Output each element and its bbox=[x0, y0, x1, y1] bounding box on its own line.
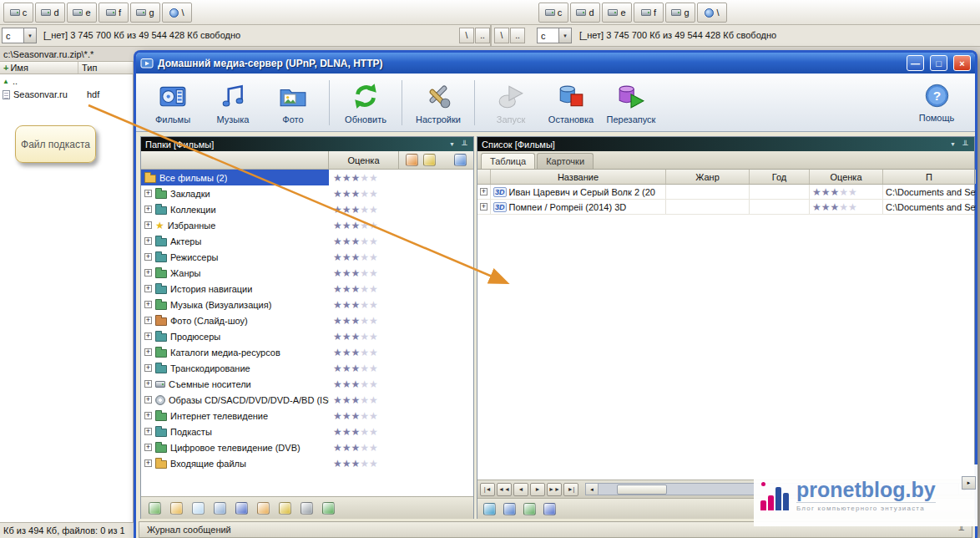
new-folder-icon[interactable] bbox=[170, 502, 183, 515]
tree-item[interactable]: +Фото (Слайд-шоу)★★★★★ bbox=[141, 312, 473, 328]
music-button[interactable]: Музыка bbox=[203, 77, 263, 129]
stats-icon[interactable] bbox=[483, 503, 496, 515]
rating-column-header[interactable]: Оценка bbox=[329, 151, 399, 169]
drive-button-e[interactable]: e bbox=[67, 3, 97, 23]
tab-таблица[interactable]: Таблица bbox=[481, 153, 535, 169]
tree-item[interactable]: +Цифровое телевидение (DVB)★★★★★ bbox=[141, 439, 473, 455]
tree-item[interactable]: +Режиссеры★★★★★ bbox=[141, 249, 473, 265]
tree-item[interactable]: +Транскодирование★★★★★ bbox=[141, 360, 473, 376]
drive-combo-left[interactable]: c ▼ bbox=[2, 28, 37, 43]
expand-icon[interactable]: + bbox=[144, 364, 152, 372]
drive-button-root[interactable]: \ bbox=[162, 3, 192, 23]
drive-button-d[interactable]: d bbox=[570, 3, 600, 23]
chevron-down-icon[interactable]: ▼ bbox=[558, 28, 571, 43]
edit-icon[interactable] bbox=[149, 502, 161, 515]
fast-forward-button[interactable]: ►► bbox=[547, 483, 562, 496]
tree-item[interactable]: +Интернет телевидение★★★★★ bbox=[141, 408, 473, 424]
column-header[interactable]: Название bbox=[491, 170, 666, 184]
settings-button[interactable]: Настройки bbox=[408, 77, 468, 129]
column-header-name[interactable]: + Имя bbox=[0, 62, 78, 74]
next-page-button[interactable]: ► bbox=[530, 483, 545, 496]
expand-icon[interactable]: + bbox=[480, 188, 487, 195]
tree-item[interactable]: +Жанры★★★★★ bbox=[141, 265, 473, 281]
scroll-right-button[interactable]: ► bbox=[962, 476, 976, 490]
current-path-bar[interactable]: c:\Seasonvar.ru.zip\*.* bbox=[0, 47, 134, 61]
tab-карточки[interactable]: Карточки bbox=[537, 153, 594, 169]
scrollbar-thumb[interactable] bbox=[617, 485, 667, 495]
open-folder-icon[interactable] bbox=[257, 502, 270, 515]
tree-item[interactable]: +Съемные носители★★★★★ bbox=[141, 376, 473, 392]
root-dir-button-right[interactable]: \ bbox=[494, 28, 509, 43]
column-header[interactable]: П bbox=[883, 170, 976, 184]
tree-item[interactable]: +Каталоги медиа-ресурсов★★★★★ bbox=[141, 344, 473, 360]
drive-button-g[interactable]: g bbox=[665, 3, 695, 23]
expand-icon[interactable]: + bbox=[144, 396, 152, 404]
expand-icon[interactable]: + bbox=[144, 412, 152, 419]
pin-icon[interactable]: ╨ bbox=[460, 140, 469, 149]
expand-icon[interactable]: + bbox=[144, 221, 152, 229]
tree-item[interactable]: +Продюсеры★★★★★ bbox=[141, 328, 473, 344]
expand-icon[interactable]: + bbox=[144, 206, 152, 213]
expand-icon[interactable]: + bbox=[144, 348, 152, 356]
first-page-button[interactable]: |◄ bbox=[480, 483, 495, 496]
file-row[interactable]: Seasonvar.ruhdf bbox=[0, 88, 133, 101]
up-dir-button-right[interactable]: .. bbox=[510, 28, 525, 43]
expand-icon[interactable]: + bbox=[144, 269, 152, 277]
expand-icon[interactable]: + bbox=[144, 253, 152, 261]
chevron-down-icon[interactable]: ▼ bbox=[948, 141, 957, 147]
chevron-down-icon[interactable]: ▼ bbox=[447, 141, 457, 147]
expand-icon[interactable]: + bbox=[144, 317, 152, 324]
help-button[interactable]: ? Помощь bbox=[907, 77, 967, 129]
save-icon[interactable] bbox=[235, 502, 248, 515]
column-header[interactable]: Жанр bbox=[666, 170, 750, 184]
window-titlebar[interactable]: Домашний медиа-сервер (UPnP, DLNA, HTTP)… bbox=[136, 53, 975, 74]
photo-button[interactable]: Фото bbox=[263, 77, 323, 129]
drive-button-f[interactable]: f bbox=[634, 3, 664, 23]
up-dir-button-left[interactable]: .. bbox=[475, 28, 490, 43]
fast-back-button[interactable]: ◄◄ bbox=[497, 483, 512, 496]
tree-item[interactable]: +История навигации★★★★★ bbox=[141, 281, 473, 297]
tree-item[interactable]: +Закладки★★★★★ bbox=[141, 185, 473, 201]
minimize-button[interactable]: — bbox=[907, 55, 924, 71]
key-icon[interactable] bbox=[423, 154, 436, 166]
drive-button-g[interactable]: g bbox=[130, 3, 160, 23]
refresh-button[interactable]: Обновить bbox=[336, 77, 396, 129]
tree-item[interactable]: +Входящие файлы★★★★★ bbox=[141, 455, 473, 471]
pin-icon[interactable]: ╨ bbox=[961, 140, 970, 149]
expand-icon[interactable]: + bbox=[144, 380, 152, 388]
column-header[interactable]: Год bbox=[750, 170, 810, 184]
file-row[interactable]: ▲.. bbox=[0, 74, 133, 88]
cards-icon[interactable] bbox=[523, 503, 536, 515]
expand-icon[interactable]: + bbox=[144, 285, 152, 292]
tree-item[interactable]: +Подкасты★★★★★ bbox=[141, 424, 473, 439]
root-dir-button-left[interactable]: \ bbox=[459, 28, 474, 43]
stats-icon[interactable] bbox=[454, 154, 467, 166]
expand-icon[interactable]: + bbox=[480, 203, 487, 211]
drive-button-f[interactable]: f bbox=[99, 3, 129, 23]
tree-item[interactable]: +Образы CD/SACD/DVD/DVD-A/BD (ISO★★★★★ bbox=[141, 392, 473, 408]
drive-combo-right[interactable]: c ▼ bbox=[537, 28, 572, 43]
close-button[interactable]: × bbox=[953, 55, 971, 71]
expand-icon[interactable]: + bbox=[144, 428, 152, 435]
expand-icon[interactable]: + bbox=[144, 190, 152, 197]
scroll-left-icon[interactable]: ◄ bbox=[586, 484, 599, 495]
chevron-down-icon[interactable]: ▼ bbox=[23, 28, 36, 43]
expand-icon[interactable]: + bbox=[144, 301, 152, 308]
tree-item[interactable]: +Актеры★★★★★ bbox=[141, 233, 473, 249]
drive-button-c[interactable]: c bbox=[3, 3, 33, 23]
tree-item[interactable]: +★Избранные★★★★★ bbox=[141, 217, 473, 233]
maximize-button[interactable]: □ bbox=[930, 55, 947, 71]
last-page-button[interactable]: ►| bbox=[563, 483, 578, 496]
table-icon[interactable] bbox=[503, 503, 516, 515]
key-icon[interactable] bbox=[279, 502, 291, 515]
expand-icon[interactable]: + bbox=[144, 459, 152, 467]
sort-rating-icon[interactable] bbox=[406, 154, 418, 166]
tree-item[interactable]: +Музыка (Визуализация)★★★★★ bbox=[141, 297, 473, 312]
films-button[interactable]: Фильмы bbox=[143, 77, 203, 129]
grid-icon[interactable] bbox=[214, 502, 226, 515]
folder-column-header[interactable] bbox=[141, 151, 329, 169]
restart-button[interactable]: Перезапуск bbox=[601, 77, 661, 129]
column-header[interactable]: Оценка bbox=[810, 170, 883, 184]
cloud-icon[interactable] bbox=[192, 502, 205, 515]
stop-button[interactable]: Остановка bbox=[541, 77, 601, 129]
